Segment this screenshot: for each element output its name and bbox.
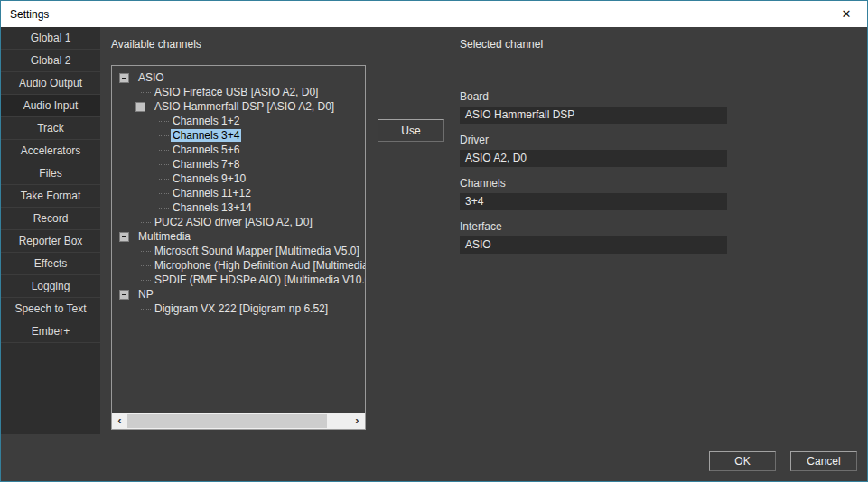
tree-item-label: ASIO (136, 71, 166, 84)
tree-item[interactable]: PUC2 ASIO driver [ASIO A2, D0] (112, 215, 365, 229)
tree-item-label: Channels 7+8 (171, 158, 241, 171)
tree-item[interactable]: ASIO Hammerfall DSP [ASIO A2, D0] (112, 99, 365, 114)
close-icon: ✕ (842, 7, 852, 21)
sidebar-item-global-1[interactable]: Global 1 (1, 27, 100, 50)
titlebar: Settings ✕ (1, 1, 867, 27)
tree-connector-line (159, 135, 169, 136)
tree-connector-line (159, 150, 169, 151)
sidebar-item-accelerators[interactable]: Accelerators (1, 140, 100, 162)
ok-button[interactable]: OK (709, 451, 776, 471)
tree-item[interactable]: Channels 3+4 (112, 128, 365, 143)
tree-item-label: Digigram VX 222 [Digigram np 6.52] (153, 302, 330, 315)
selected-channel-fields: BoardASIO Hammerfall DSPDriverASIO A2, D… (460, 90, 727, 264)
tree-connector-line (159, 179, 169, 180)
tree-item-label: Channels 5+6 (171, 144, 241, 156)
tree-item-label: Channels 9+10 (171, 172, 247, 185)
horizontal-scrollbar[interactable]: ‹ › (112, 413, 365, 429)
field-interface: InterfaceASIO (460, 220, 727, 254)
field-board: BoardASIO Hammerfall DSP (460, 90, 727, 124)
window-title: Settings (10, 8, 49, 21)
tree-item-label: Channels 13+14 (171, 201, 254, 214)
tree-item-label: PUC2 ASIO driver [ASIO A2, D0] (153, 216, 314, 228)
field-label: Board (460, 90, 727, 103)
tree-connector-line (141, 92, 151, 93)
tree-item-label: Channels 11+12 (171, 187, 253, 199)
tree-connector-line (159, 164, 169, 165)
tree-connector-line (141, 309, 151, 310)
tree-item[interactable]: NP (112, 287, 365, 301)
tree-item[interactable]: Digigram VX 222 [Digigram np 6.52] (112, 301, 365, 316)
scroll-left-icon[interactable]: ‹ (112, 413, 127, 429)
field-label: Driver (460, 134, 727, 146)
tree-item[interactable]: Microphone (High Definition Aud [Multime… (112, 258, 365, 273)
tree-rows: ASIOASIO Fireface USB [ASIO A2, D0]ASIO … (112, 66, 365, 316)
tree-item-label: Channels 1+2 (171, 115, 241, 127)
tree-item[interactable]: Channels 5+6 (112, 143, 365, 157)
use-button[interactable]: Use (378, 119, 444, 142)
collapse-minus-icon[interactable] (135, 102, 145, 112)
tree-connector-line (141, 265, 151, 266)
tree-connector-line (159, 208, 169, 209)
tree-item[interactable]: Multimedia (112, 229, 365, 244)
tree-item[interactable]: Channels 9+10 (112, 171, 365, 186)
sidebar-filler (1, 343, 100, 434)
tree-item[interactable]: Channels 13+14 (112, 200, 365, 215)
field-label: Channels (460, 177, 727, 190)
tree-item-label: NP (136, 288, 155, 301)
field-driver: DriverASIO A2, D0 (460, 134, 727, 167)
sidebar-item-speech-to-text[interactable]: Speech to Text (1, 298, 100, 320)
tree-item[interactable]: Channels 11+12 (112, 186, 365, 200)
tree-item-label: ASIO Hammerfall DSP [ASIO A2, D0] (153, 100, 336, 113)
field-value[interactable]: ASIO (460, 236, 727, 254)
tree-item-label: Channels 3+4 (171, 129, 241, 142)
sidebar-item-global-2[interactable]: Global 2 (1, 50, 100, 72)
tree-item[interactable]: SPDIF (RME HDSPe AIO) [Multimedia V10.0] (112, 273, 365, 287)
field-label: Interface (460, 220, 727, 233)
scrollbar-thumb[interactable] (127, 414, 327, 428)
channel-tree: ASIOASIO Fireface USB [ASIO A2, D0]ASIO … (111, 65, 366, 430)
tree-item-label: Multimedia (136, 230, 192, 243)
tree-item-label: SPDIF (RME HDSPe AIO) [Multimedia V10.0] (153, 273, 366, 286)
tree-item-label: Microphone (High Definition Aud [Multime… (153, 259, 366, 272)
tree-item[interactable]: ASIO Fireface USB [ASIO A2, D0] (112, 85, 365, 99)
tree-connector-line (159, 121, 169, 122)
sidebar-item-audio-output[interactable]: Audio Output (1, 72, 100, 95)
sidebar-item-record[interactable]: Record (1, 208, 100, 230)
collapse-minus-icon[interactable] (119, 232, 129, 242)
collapse-minus-icon[interactable] (119, 290, 129, 300)
settings-window: Settings ✕ Global 1Global 2Audio OutputA… (0, 0, 868, 482)
selected-channel-label: Selected channel (460, 38, 543, 51)
tree-item[interactable]: Channels 7+8 (112, 157, 365, 171)
scroll-right-icon[interactable]: › (350, 413, 365, 429)
field-value[interactable]: ASIO A2, D0 (460, 150, 727, 167)
sidebar: Global 1Global 2Audio OutputAudio InputT… (1, 27, 100, 343)
field-value[interactable]: ASIO Hammerfall DSP (460, 107, 727, 124)
sidebar-item-logging[interactable]: Logging (1, 275, 100, 298)
tree-item[interactable]: ASIO (112, 70, 365, 85)
sidebar-item-take-format[interactable]: Take Format (1, 185, 100, 208)
tree-item[interactable]: Microsoft Sound Mapper [Multimedia V5.0] (112, 244, 365, 258)
sidebar-item-files[interactable]: Files (1, 162, 100, 185)
field-value[interactable]: 3+4 (460, 193, 727, 210)
available-channels-label: Available channels (111, 38, 201, 51)
close-button[interactable]: ✕ (826, 1, 867, 27)
tree-connector-line (141, 251, 151, 252)
tree-connector-line (159, 193, 169, 194)
sidebar-item-audio-input[interactable]: Audio Input (1, 95, 100, 117)
sidebar-item-ember-[interactable]: Ember+ (1, 320, 100, 343)
cancel-button[interactable]: Cancel (790, 451, 857, 471)
sidebar-item-track[interactable]: Track (1, 117, 100, 140)
tree-connector-line (141, 222, 151, 223)
tree-item[interactable]: Channels 1+2 (112, 114, 365, 128)
sidebar-item-reporter-box[interactable]: Reporter Box (1, 230, 100, 253)
collapse-minus-icon[interactable] (119, 73, 129, 83)
tree-item-label: ASIO Fireface USB [ASIO A2, D0] (153, 86, 320, 98)
field-channels: Channels3+4 (460, 177, 727, 210)
sidebar-item-effects[interactable]: Effects (1, 253, 100, 275)
tree-connector-line (141, 280, 151, 281)
tree-item-label: Microsoft Sound Mapper [Multimedia V5.0] (153, 245, 361, 257)
